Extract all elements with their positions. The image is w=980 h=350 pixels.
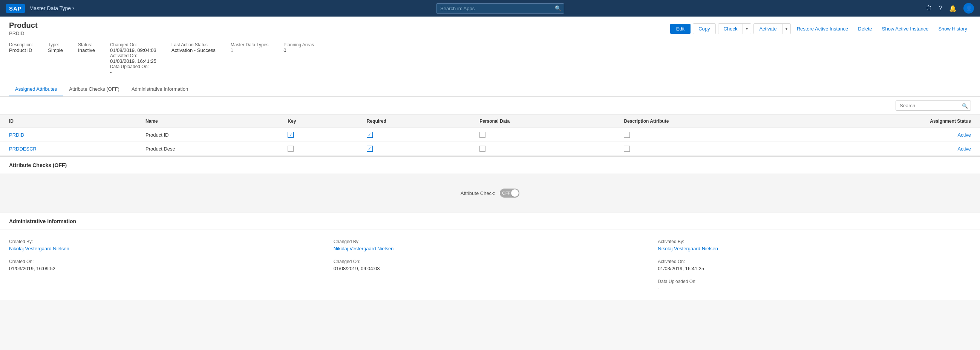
attribute-check-toggle-row: Attribute Check: OFF [461,188,520,198]
meta-changed-on: Changed On: 01/08/2019, 09:04:03 Activat… [110,42,156,75]
delete-button[interactable]: Delete [854,24,876,34]
table-row: PRDDESCR Product Desc ✓ [0,142,980,156]
attributes-table: ID Name Key Required Personal Data Descr… [0,115,980,156]
created-on-field: Created On: 01/03/2019, 16:09:52 [9,259,322,271]
meta-status: Status: Inactive [78,42,95,75]
row2-description-attr [615,142,803,156]
copy-button[interactable]: Copy [693,23,715,34]
admin-info-title: Administrative Information [9,218,76,224]
meta-planning-areas: Planning Areas 0 [283,42,314,75]
attribute-checks-panel: Attribute Checks (OFF) Attribute Check: … [0,156,980,213]
col-required: Required [358,115,470,128]
app-title: Master Data Type ▾ [29,5,74,11]
check-dropdown-arrow[interactable]: ▾ [743,24,751,34]
row1-assignment-status: Active [958,132,971,138]
created-by-label: Created By: [9,239,322,244]
activated-by-field: Activated By: Nikolaj Vestergaard Nielse… [658,239,971,252]
toggle-off-label: OFF [502,191,511,195]
help-icon[interactable]: ? [939,5,942,12]
row1-required-checkbox[interactable]: ✓ [367,132,373,138]
row2-desc-attr-checkbox[interactable] [624,146,630,152]
history-icon[interactable]: ⏱ [926,5,932,12]
changed-by-field: Changed By: Nikolaj Vestergaard Nielsen [334,239,647,252]
changed-by-label: Changed By: [334,239,647,244]
sap-logo: SAP [6,4,25,13]
created-on-label: Created On: [9,259,322,264]
meta-master-data-types: Master Data Types 1 [231,42,269,75]
topbar-icons: ⏱ ? 🔔 👤 [926,3,974,14]
created-by-value[interactable]: Nikolaj Vestergaard Nielsen [9,246,322,252]
table-row: PRDID Product ID ✓ ✓ [0,128,980,142]
row1-key-checkbox[interactable]: ✓ [288,132,294,138]
row1-desc-attr-checkbox[interactable] [624,132,630,138]
col-description-attribute: Description Attribute [615,115,803,128]
avatar[interactable]: 👤 [963,3,974,14]
main-content: 🔍 ID Name Key Required Personal Data Des… [0,97,980,300]
row2-required-checkbox[interactable]: ✓ [367,146,373,152]
changed-by-value[interactable]: Nikolaj Vestergaard Nielsen [334,246,647,252]
row2-key-checkbox[interactable] [288,146,294,152]
page-title: Product [9,21,38,30]
col-key: Key [278,115,358,128]
changed-on-value: 01/08/2019, 09:04:03 [334,266,647,271]
admin-col-changed: Changed By: Nikolaj Vestergaard Nielsen … [334,239,647,291]
title-chevron-icon: ▾ [72,6,74,10]
tabs: Assigned Attributes Attribute Checks (OF… [9,82,971,97]
assigned-attributes-panel: 🔍 ID Name Key Required Personal Data Des… [0,97,980,156]
show-history-button[interactable]: Show History [934,24,971,34]
data-uploaded-label: Data Uploaded On: [658,279,971,284]
activate-button[interactable]: Activate [754,24,782,34]
row2-personal-data-checkbox[interactable] [479,146,485,152]
header-actions: Edit Copy Check ▾ Activate ▾ Restore Act… [670,23,971,34]
toggle-knob [511,189,519,197]
changed-on-field: Changed On: 01/08/2019, 09:04:03 [334,259,647,271]
col-assignment-status: Assignment Status [803,115,980,128]
admin-info-panel: Administrative Information Created By: N… [0,213,980,300]
page-subtitle: PRDID [9,30,38,36]
activated-on-field: Activated On: 01/03/2019, 16:41:25 [658,259,971,271]
activated-on-value: 01/03/2019, 16:41:25 [658,266,971,271]
page-title-group: Product PRDID [9,21,38,36]
meta-type: Type: Simple [48,42,63,75]
show-active-instance-button[interactable]: Show Active Instance [878,24,932,34]
search-bar: 🔍 [79,3,921,14]
admin-col-created: Created By: Nikolaj Vestergaard Nielsen … [9,239,322,291]
changed-on-label: Changed On: [334,259,647,264]
row1-id-link[interactable]: PRDID [9,132,24,138]
row2-required: ✓ [358,142,470,156]
check-button[interactable]: Check [718,24,743,34]
activated-on-label: Activated On: [658,259,971,264]
activate-dropdown-arrow[interactable]: ▾ [782,24,791,34]
edit-button[interactable]: Edit [670,24,690,34]
restore-button[interactable]: Restore Active Instance [793,24,852,34]
meta-section: Description: Product ID Type: Simple Sta… [9,39,971,78]
admin-col-activated: Activated By: Nikolaj Vestergaard Nielse… [658,239,971,291]
meta-description: Description: Product ID [9,42,33,75]
attribute-check-toggle[interactable]: OFF [500,188,519,198]
activate-button-group: Activate ▾ [754,23,791,34]
col-name: Name [137,115,278,128]
notification-icon[interactable]: 🔔 [949,5,957,12]
row2-key [278,142,358,156]
search-icon: 🔍 [555,5,561,11]
created-by-field: Created By: Nikolaj Vestergaard Nielsen [9,239,322,252]
attr-checks-title: Attribute Checks (OFF) [9,162,67,168]
table-search-icon: 🔍 [962,103,968,108]
created-on-value: 01/03/2019, 16:09:52 [9,266,322,271]
table-search-wrapper: 🔍 [896,100,971,111]
row2-assignment-status: Active [958,146,971,152]
data-uploaded-value: - [658,286,971,291]
activated-by-value[interactable]: Nikolaj Vestergaard Nielsen [658,246,971,252]
tab-attribute-checks[interactable]: Attribute Checks (OFF) [63,82,126,97]
search-input[interactable] [436,3,564,14]
row1-personal-data-checkbox[interactable] [479,132,485,138]
tab-assigned-attributes[interactable]: Assigned Attributes [9,82,63,97]
row2-id-link[interactable]: PRDDESCR [9,146,37,152]
activated-by-label: Activated By: [658,239,971,244]
table-search-input[interactable] [896,100,971,111]
attr-check-content: Attribute Check: OFF [0,174,980,213]
tab-administrative-information[interactable]: Administrative Information [126,82,194,97]
row1-key: ✓ [278,128,358,142]
row1-description-attr [615,128,803,142]
col-id: ID [0,115,137,128]
